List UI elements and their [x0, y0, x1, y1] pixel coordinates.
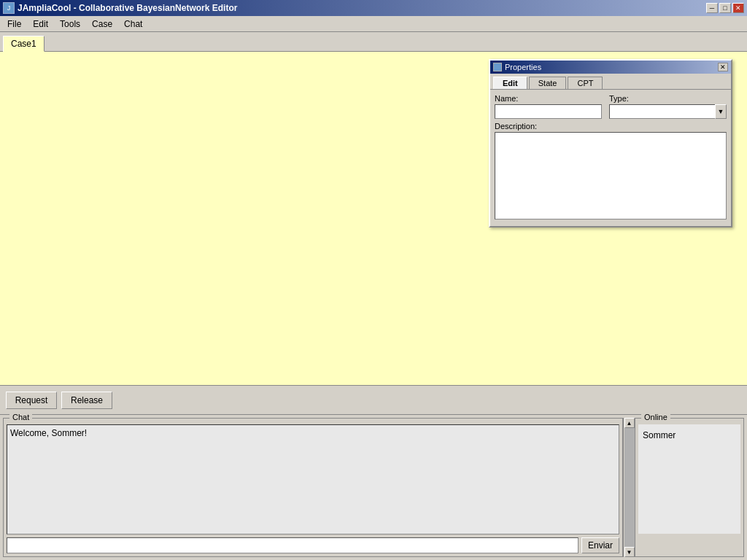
chat-scrollbar: ▲ ▼	[623, 418, 635, 557]
prop-name-field: Name:	[495, 94, 602, 119]
prop-type-dropdown-btn[interactable]: ▼	[715, 104, 727, 119]
properties-close-button[interactable]: ✕	[718, 63, 728, 71]
prop-name-input[interactable]	[495, 104, 602, 119]
request-button[interactable]: Request	[6, 392, 57, 409]
tab-case1[interactable]: Case1	[3, 36, 44, 52]
close-button[interactable]: ✕	[732, 3, 744, 13]
chat-section: Chat Welcome, Sommer! Enviar	[3, 418, 623, 557]
button-bar: Request Release	[0, 385, 747, 414]
scroll-down-button[interactable]: ▼	[624, 547, 635, 557]
bottom-section: Chat Welcome, Sommer! Enviar ▲ ▼ Online …	[0, 414, 747, 560]
scroll-up-button[interactable]: ▲	[624, 418, 635, 428]
properties-title-left: Properties	[493, 63, 541, 71]
chat-welcome-message: Welcome, Sommer!	[10, 428, 87, 438]
main-canvas: Properties ✕ Edit State CPT Name:	[0, 51, 747, 385]
title-bar: J JAmpliaCool - Collaborative BayesianNe…	[0, 0, 747, 16]
prop-tab-cpt[interactable]: CPT	[568, 77, 603, 89]
online-users-list: Sommer	[638, 424, 740, 534]
prop-tab-state[interactable]: State	[529, 77, 567, 89]
send-button[interactable]: Enviar	[581, 537, 619, 553]
properties-panel: Properties ✕ Edit State CPT Name:	[489, 59, 732, 228]
chat-input-row: Enviar	[7, 537, 619, 553]
chat-messages: Welcome, Sommer!	[7, 424, 619, 534]
canvas-section: Properties ✕ Edit State CPT Name:	[0, 51, 747, 385]
properties-tabs: Edit State CPT	[490, 74, 731, 90]
menu-case[interactable]: Case	[86, 18, 118, 31]
online-group-title: Online	[641, 413, 670, 421]
title-bar-buttons: ─ □ ✕	[706, 3, 744, 13]
minimize-button[interactable]: ─	[706, 3, 718, 13]
prop-desc-section: Description:	[495, 122, 727, 222]
prop-type-field: Type: ▼	[609, 94, 727, 119]
release-button[interactable]: Release	[61, 392, 112, 409]
menu-file[interactable]: File	[1, 18, 27, 31]
menu-bar: File Edit Tools Case Chat	[0, 16, 747, 32]
properties-title: Properties	[505, 63, 541, 71]
app-container: Case1 Properties ✕ Edit State CPT	[0, 32, 747, 560]
prop-name-label: Name:	[495, 94, 602, 103]
prop-type-label: Type:	[609, 94, 727, 103]
chat-group-title: Chat	[9, 413, 32, 421]
app-icon: J	[3, 2, 15, 14]
menu-edit[interactable]: Edit	[27, 18, 54, 31]
prop-desc-label: Description:	[495, 122, 727, 131]
prop-type-input[interactable]	[609, 104, 715, 119]
menu-tools[interactable]: Tools	[54, 18, 86, 31]
maximize-button[interactable]: □	[719, 3, 731, 13]
title-bar-left: J JAmpliaCool - Collaborative BayesianNe…	[3, 2, 237, 14]
properties-icon	[493, 63, 502, 71]
chat-input[interactable]	[7, 537, 578, 553]
tab-bar: Case1	[0, 32, 747, 51]
online-user-sommer: Sommer	[643, 430, 736, 440]
window-title: JAmpliaCool - Collaborative BayesianNetw…	[18, 3, 237, 13]
prop-description-textarea[interactable]	[495, 132, 727, 219]
prop-tab-edit[interactable]: Edit	[493, 77, 527, 89]
scroll-track	[624, 428, 635, 547]
prop-type-select-wrap: ▼	[609, 104, 727, 119]
prop-name-type-row: Name: Type: ▼	[495, 94, 727, 119]
online-section: Online Sommer	[635, 418, 744, 557]
properties-title-bar: Properties ✕	[490, 61, 731, 74]
menu-chat[interactable]: Chat	[118, 18, 148, 31]
properties-content: Name: Type: ▼ Description:	[490, 90, 731, 226]
